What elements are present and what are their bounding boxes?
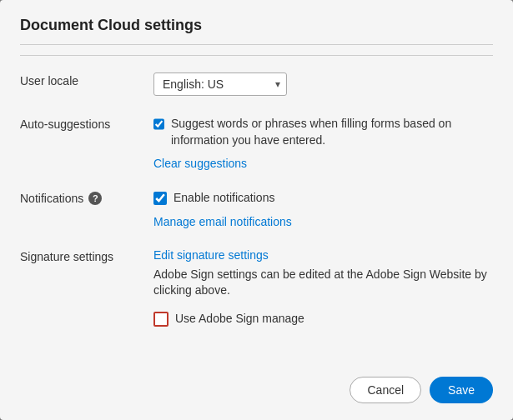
auto-suggestions-row: Auto-suggestions Suggest words or phrase… — [20, 106, 493, 180]
adobe-sign-checkbox-wrapper: Use Adobe Sign manage — [153, 311, 493, 328]
dialog-footer: Cancel Save — [20, 363, 493, 403]
dialog-document-cloud-settings: Document Cloud settings User locale Engl… — [0, 0, 513, 420]
adobe-sign-label: Use Adobe Sign manage — [175, 311, 304, 328]
auto-suggestions-label: Auto-suggestions — [20, 116, 153, 131]
info-icon: ? — [88, 192, 102, 205]
notifications-label-text: Notifications — [20, 192, 83, 205]
auto-suggestions-checkbox-row: Suggest words or phrases when filling fo… — [153, 116, 493, 148]
edit-signature-settings-link[interactable]: Edit signature settings — [153, 248, 269, 262]
notifications-checkbox-row: Enable notifications — [153, 190, 493, 207]
signature-settings-content: Edit signature settings Adobe Sign setti… — [153, 248, 493, 328]
signature-settings-label: Signature settings — [20, 248, 153, 263]
auto-suggestions-content: Suggest words or phrases when filling fo… — [153, 116, 493, 170]
auto-suggestions-checkbox[interactable] — [153, 118, 164, 131]
settings-table: User locale English: US ▾ Auto-suggestio… — [20, 62, 493, 357]
adobe-sign-checkbox[interactable] — [153, 312, 168, 327]
user-locale-row: User locale English: US ▾ — [20, 62, 493, 106]
notifications-checkbox[interactable] — [153, 192, 167, 205]
notifications-text: Enable notifications — [174, 190, 274, 207]
dialog-title: Document Cloud settings — [20, 17, 493, 45]
user-locale-label: User locale — [20, 72, 153, 88]
notifications-content: Enable notifications Manage email notifi… — [153, 190, 493, 228]
signature-settings-row: Signature settings Edit signature settin… — [20, 238, 493, 338]
user-locale-select-wrapper: English: US ▾ — [153, 72, 287, 96]
notifications-row: Notifications ? Enable notifications Man… — [20, 180, 493, 238]
manage-email-notifications-link[interactable]: Manage email notifications — [153, 215, 292, 228]
signature-settings-description: Adobe Sign settings can be edited at the… — [153, 267, 493, 299]
cancel-button[interactable]: Cancel — [350, 377, 421, 403]
clear-suggestions-link[interactable]: Clear suggestions — [153, 157, 247, 170]
title-divider — [20, 55, 493, 56]
user-locale-select[interactable]: English: US — [153, 72, 287, 96]
user-locale-content: English: US ▾ — [153, 72, 493, 96]
auto-suggestions-text: Suggest words or phrases when filling fo… — [171, 116, 493, 148]
notifications-label: Notifications ? — [20, 190, 153, 205]
save-button[interactable]: Save — [430, 377, 493, 403]
